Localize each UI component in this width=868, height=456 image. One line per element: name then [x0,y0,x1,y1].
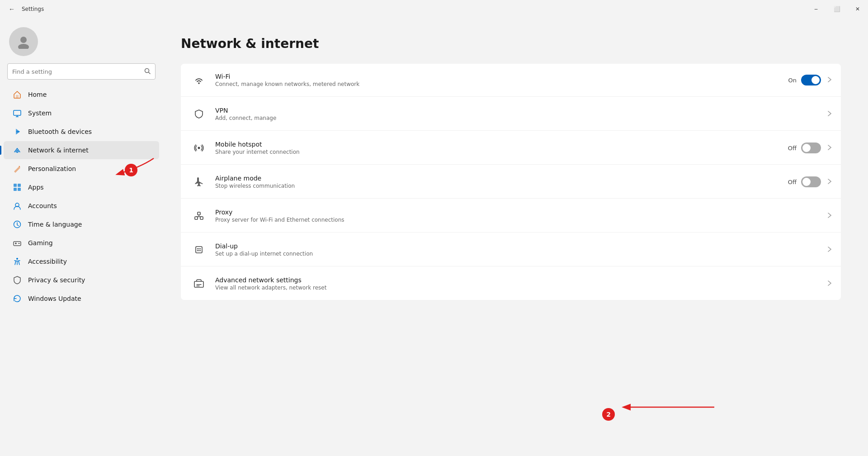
proxy-title: Proxy [215,209,826,216]
privacy-icon [13,276,22,285]
advanced-title: Advanced network settings [215,276,826,284]
content-area: Network & internet Wi-FiConnect, manage … [163,18,868,318]
sidebar-wrapper: HomeSystemBluetooth & devicesNetwork & i… [0,18,163,456]
airplane-toggle-label: Off [788,179,797,185]
wifi-desc: Connect, manage known networks, metered … [215,81,788,87]
wifi-icon [190,71,208,89]
svg-rect-26 [198,212,200,215]
svg-rect-12 [18,188,21,191]
nav-list: HomeSystemBluetooth & devicesNetwork & i… [0,85,163,308]
svg-rect-24 [195,217,198,219]
network-icon [13,146,22,155]
vpn-chevron-icon [827,110,832,118]
svg-rect-9 [14,184,17,187]
search-box[interactable] [7,63,156,80]
hotspot-desc: Share your internet connection [215,149,788,155]
app-title: Settings [22,6,44,12]
svg-rect-4 [16,95,19,98]
sidebar-item-label-personalization: Personalization [28,165,76,172]
settings-item-vpn[interactable]: VPNAdd, connect, manage [181,98,841,131]
settings-item-airplane[interactable]: Airplane modeStop wireless communication… [181,166,841,199]
sidebar-item-label-network: Network & internet [28,147,89,154]
svg-point-0 [20,37,27,43]
svg-point-33 [200,248,201,249]
svg-point-35 [198,250,199,251]
maximize-button[interactable]: ⬜ [826,0,847,18]
sidebar-item-accessibility[interactable]: Accessibility [4,252,159,271]
svg-point-1 [18,44,29,49]
hotspot-chevron-icon [827,144,832,152]
sidebar-item-label-gaming: Gaming [28,239,53,247]
settings-item-advanced[interactable]: Advanced network settingsView all networ… [181,267,841,300]
sidebar-item-network[interactable]: Network & internet [4,141,159,159]
settings-list: Wi-FiConnect, manage known networks, met… [181,64,841,300]
hotspot-toggle[interactable] [801,142,821,153]
wifi-toggle-label: On [788,77,797,84]
sidebar-item-personalization[interactable]: Personalization [4,160,159,178]
sidebar-item-bluetooth[interactable]: Bluetooth & devices [4,123,159,141]
svg-point-21 [16,258,18,260]
wifi-chevron-icon [827,76,832,84]
sidebar-item-apps[interactable]: Apps [4,178,159,196]
svg-rect-10 [18,184,21,187]
sidebar-item-label-time: Time & language [28,221,82,228]
search-container [0,63,163,85]
sidebar-item-home[interactable]: Home [4,86,159,104]
dialup-icon [190,241,208,259]
accessibility-icon [13,257,22,266]
airplane-toggle[interactable] [801,176,821,187]
svg-point-20 [19,243,20,244]
minimize-button[interactable]: – [806,0,826,18]
svg-point-34 [197,250,198,251]
svg-rect-25 [200,217,203,219]
dialup-chevron-icon [827,246,832,254]
sidebar-item-accounts[interactable]: Accounts [4,197,159,215]
svg-rect-11 [14,188,17,191]
content-wrapper: Network & internet Wi-FiConnect, manage … [163,18,868,456]
hotspot-title: Mobile hotspot [215,141,788,148]
avatar [9,27,38,56]
settings-item-wifi[interactable]: Wi-FiConnect, manage known networks, met… [181,64,841,97]
sidebar-item-label-accounts: Accounts [28,202,57,209]
sidebar-item-label-home: Home [28,91,47,98]
vpn-title: VPN [215,107,826,114]
time-icon [13,220,22,229]
sidebar-item-time[interactable]: Time & language [4,215,159,233]
update-icon [13,294,22,303]
sidebar-item-label-update: Windows Update [28,295,81,302]
sidebar: HomeSystemBluetooth & devicesNetwork & i… [0,18,163,317]
airplane-desc: Stop wireless communication [215,183,788,189]
sidebar-item-gaming[interactable]: Gaming [4,234,159,252]
personalization-icon [13,164,22,173]
sidebar-item-system[interactable]: System [4,104,159,122]
airplane-chevron-icon [827,178,832,186]
search-input[interactable] [12,68,141,75]
svg-point-36 [200,250,201,251]
wifi-toggle[interactable] [801,75,821,86]
settings-item-hotspot[interactable]: Mobile hotspotShare your internet connec… [181,132,841,165]
svg-point-31 [197,248,198,249]
home-icon [13,90,22,99]
svg-point-23 [198,147,200,149]
settings-item-proxy[interactable]: ProxyProxy server for Wi-Fi and Ethernet… [181,200,841,233]
sidebar-item-label-accessibility: Accessibility [28,258,67,265]
close-button[interactable]: ✕ [847,0,868,18]
vpn-desc: Add, connect, manage [215,115,826,121]
annotation-badge-2: 2 [602,408,615,421]
user-profile [0,18,163,63]
dialup-desc: Set up a dial-up internet connection [215,251,826,257]
airplane-icon [190,173,208,191]
hotspot-icon [190,139,208,157]
svg-point-19 [18,243,19,244]
svg-point-22 [198,83,199,84]
vpn-icon [190,105,208,123]
advanced-icon [190,275,208,293]
sidebar-item-privacy[interactable]: Privacy & security [4,271,159,289]
airplane-title: Airplane mode [215,175,788,182]
settings-item-dialup[interactable]: Dial-upSet up a dial-up internet connect… [181,233,841,266]
proxy-desc: Proxy server for Wi-Fi and Ethernet conn… [215,217,826,223]
sidebar-item-update[interactable]: Windows Update [4,290,159,308]
svg-point-32 [198,248,199,249]
back-button[interactable]: ← [5,3,18,15]
gaming-icon [13,238,22,247]
